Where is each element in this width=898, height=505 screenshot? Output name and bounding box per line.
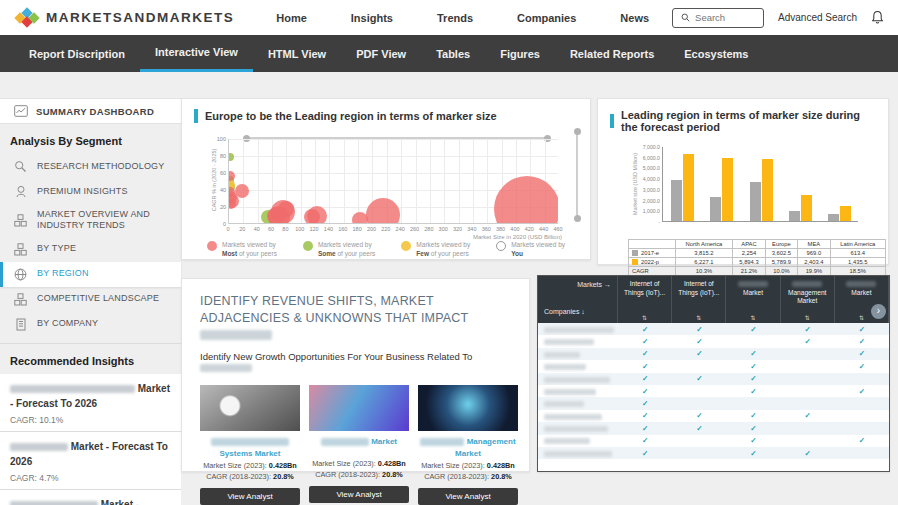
search-input[interactable]	[695, 12, 755, 23]
bar-2017-e-mea[interactable]	[789, 211, 800, 221]
search-box[interactable]	[672, 8, 764, 28]
companies-axis-label: Companies ↓	[544, 308, 585, 315]
bubble-chart: CAGR % in (2020 - 2025) 0204060801000204…	[206, 131, 562, 231]
series-swatch	[632, 259, 638, 265]
bubble-most[interactable]	[494, 176, 558, 224]
company-name-blurred	[538, 444, 618, 462]
x-tick: 300	[439, 226, 448, 232]
sidebar-item-summary-dashboard[interactable]: SUMMARY DASHBOARD	[0, 98, 181, 124]
sidebar-item-by-type[interactable]: BY TYPE	[0, 237, 181, 262]
insight-title: Market - Forecast To 2026	[10, 381, 171, 411]
tab-pdf-view[interactable]: PDF View	[341, 35, 421, 72]
bubble-most[interactable]	[235, 184, 249, 198]
nav-item-trends[interactable]: Trends	[437, 12, 473, 24]
bar-2022-p-latin-america[interactable]	[840, 206, 851, 221]
tab-ecosystems[interactable]: Ecosystems	[669, 35, 763, 72]
brand-name: MARKETSANDMARKETS	[46, 10, 234, 25]
check-icon: ✓	[781, 337, 835, 346]
sidebar-item-by-company[interactable]: BY COMPANY	[0, 312, 181, 337]
blurred-market-name	[200, 330, 272, 340]
notifications-bell-icon[interactable]	[871, 10, 884, 25]
bar-2022-p-mea[interactable]	[801, 195, 812, 221]
bubble-most[interactable]	[228, 199, 236, 209]
sidebar-item-market-overview-and-industry-trends[interactable]: MARKET OVERVIEW AND INDUSTRY TRENDS	[0, 204, 181, 237]
bar-2017-e-north-america[interactable]	[671, 180, 682, 221]
recommended-section-header: Recommended Insights	[10, 355, 181, 367]
nav-item-companies[interactable]: Companies	[517, 12, 576, 24]
next-columns-button[interactable]: ›	[871, 304, 886, 319]
recommended-insight-item[interactable]: Market - Forecast To 2025CAGR: 14.6%	[0, 490, 181, 505]
tab-html-view[interactable]: HTML View	[253, 35, 341, 72]
sort-icon[interactable]: ⇅	[805, 314, 810, 321]
bar-2022-p-north-america[interactable]	[683, 154, 694, 221]
sidebar-item-by-region[interactable]: BY REGION	[0, 262, 181, 287]
bar-table-value: 613.4	[830, 249, 885, 258]
bar-y-axis-label: Market size (USD Million)	[632, 153, 638, 215]
x-tick: 400	[510, 226, 519, 232]
advanced-search-link[interactable]: Advanced Search	[778, 12, 857, 23]
view-analyst-button[interactable]: View Analyst	[418, 488, 518, 505]
sidebar-item-premium-insights[interactable]: PREMIUM INSIGHTS	[0, 179, 181, 204]
tab-tables[interactable]: Tables	[421, 35, 485, 72]
matrix-column-header[interactable]: Internet of Things (IoT)...⇅	[618, 276, 672, 323]
insight-title: Market - Forecast To 2025	[10, 497, 171, 505]
bubble-some[interactable]	[228, 153, 234, 161]
tab-report-discription[interactable]: Report Discription	[14, 35, 140, 72]
meters-photo	[200, 385, 300, 431]
matrix-company-row[interactable]: ✓✓✓	[538, 447, 889, 459]
bubble-most[interactable]	[352, 212, 368, 224]
tab-related-reports[interactable]: Related Reports	[555, 35, 669, 72]
card-market-title: Systems Market	[200, 436, 300, 460]
sidebar-item-competitive-landscape[interactable]: COMPETITIVE LANDSCAPE	[0, 287, 181, 312]
bar-2017-e-apac[interactable]	[710, 197, 721, 221]
check-icon: ✓	[726, 362, 780, 371]
recommended-insight-item[interactable]: Market - Forecast To 2026CAGR: 10.1%	[0, 374, 181, 432]
recommended-insight-item[interactable]: Market - Forecast To 2026CAGR: 4.7%	[0, 432, 181, 490]
check-icon: ✓	[672, 349, 726, 358]
nav-item-news[interactable]: News	[620, 12, 649, 24]
bar-table-value: 1,435.5	[830, 258, 885, 267]
check-icon: ✓	[672, 424, 726, 433]
company-icon	[13, 317, 28, 332]
bar-table-value: 5,789.9	[765, 258, 797, 267]
market-card[interactable]: Systems MarketMarket Size (2023): 0.428B…	[200, 385, 300, 505]
sort-icon[interactable]: ⇅	[696, 314, 701, 321]
sort-icon[interactable]: ⇅	[859, 314, 864, 321]
revenue-shifts-panel: IDENTIFY REVENUE SHIFTS, MARKET ADJACENC…	[181, 278, 530, 472]
tab-figures[interactable]: Figures	[485, 35, 555, 72]
x-tick: 360	[482, 226, 491, 232]
bar-2022-p-europe[interactable]	[762, 159, 773, 221]
tab-interactive-view[interactable]: Interactive View	[140, 35, 253, 72]
check-icon: ✓	[835, 325, 889, 334]
matrix-column-header[interactable]: Management Market⇅	[781, 276, 835, 323]
sidebar-item-research-methodology[interactable]: RESEARCH METHODOLOGY	[0, 154, 181, 179]
bar-2017-e-latin-america[interactable]	[828, 214, 839, 221]
towers-photo	[309, 385, 409, 431]
bubble-most[interactable]	[366, 198, 400, 224]
x-tick: 420	[525, 226, 534, 232]
market-card[interactable]: MarketMarket Size (2023): 0.428BnCAGR (2…	[309, 385, 409, 505]
vertical-scrollbar[interactable]	[576, 131, 578, 219]
bubble-most[interactable]	[307, 206, 327, 224]
market-card[interactable]: Management MarketMarket Size (2023): 0.4…	[418, 385, 518, 505]
blurred-market-name	[200, 364, 252, 372]
bar-2017-e-europe[interactable]	[750, 182, 761, 221]
brand-logo[interactable]: MARKETSANDMARKETS	[14, 7, 234, 29]
x-tick: 60	[268, 226, 274, 232]
bar-table-series-row: 2017-e3,815.22,2543,602.5969.0613.4	[629, 249, 886, 258]
sort-icon[interactable]: ⇅	[642, 314, 647, 321]
check-icon: ✓	[726, 411, 780, 420]
card-cagr: CAGR (2018-2023): 20.8%	[200, 471, 300, 483]
logo-diamonds-icon	[14, 7, 40, 29]
sort-icon[interactable]: ⇅	[750, 314, 755, 321]
nav-item-insights[interactable]: Insights	[351, 12, 393, 24]
bubble-most[interactable]	[278, 201, 294, 217]
bar-2022-p-apac[interactable]	[722, 158, 733, 221]
sidebar-item-label: RESEARCH METHODOLOGY	[37, 161, 165, 172]
nav-item-home[interactable]: Home	[276, 12, 307, 24]
matrix-column-header[interactable]: Internet of Things (IoT)...⇅	[672, 276, 726, 323]
view-analyst-button[interactable]: View Analyst	[200, 488, 300, 505]
matrix-column-header[interactable]: Market⇅	[726, 276, 780, 323]
view-analyst-button[interactable]: View Analyst	[309, 486, 409, 503]
legend-item-some: Markets viewed bySome of your peers	[303, 240, 375, 258]
